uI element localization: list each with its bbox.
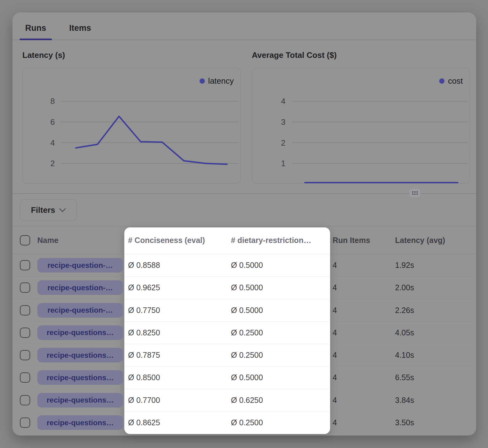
run-items-value: 4 xyxy=(330,277,391,299)
table-row[interactable]: recipe-questions… Ø 0.8500 Ø 0.5000 4 6.… xyxy=(12,366,476,389)
latency-avg-value: 4.05s xyxy=(391,322,464,344)
runs-panel-card: Runs Items Latency (s) 8642 latency Aver… xyxy=(12,12,476,436)
latency-legend-label: latency xyxy=(208,76,234,86)
table-row[interactable]: recipe-question-… Ø 0.7750 Ø 0.5000 4 2.… xyxy=(12,299,476,322)
app-window: Runs Items Latency (s) 8642 latency Aver… xyxy=(0,0,488,448)
latency-avg-value: 2.26s xyxy=(391,299,464,322)
table-row[interactable]: recipe-questions… Ø 0.7875 Ø 0.2500 4 4.… xyxy=(12,344,476,366)
svg-text:8: 8 xyxy=(50,97,55,105)
cost-legend-dot-icon xyxy=(439,78,444,84)
run-items-value: 4 xyxy=(330,322,391,344)
row-checkbox[interactable] xyxy=(20,350,30,360)
tab-runs-label: Runs xyxy=(25,23,46,33)
table-row[interactable]: recipe-questions… Ø 0.8625 Ø 0.2500 4 3.… xyxy=(12,412,476,434)
table-header-row: Name # Conciseness (eval) # dietary-rest… xyxy=(12,226,476,254)
tab-bar: Runs Items xyxy=(20,16,97,40)
dietary-restriction-value: Ø 0.2500 xyxy=(227,412,330,434)
conciseness-value: Ø 0.7750 xyxy=(124,299,227,322)
latency-avg-value: 2.00s xyxy=(391,277,464,299)
dietary-restriction-value: Ø 0.5000 xyxy=(227,254,330,277)
conciseness-value: Ø 0.7875 xyxy=(124,344,227,366)
svg-text:2: 2 xyxy=(50,159,55,168)
filters-button-label: Filters xyxy=(31,205,55,215)
table-row[interactable]: recipe-questions… Ø 0.8250 Ø 0.2500 4 4.… xyxy=(12,322,476,344)
row-checkbox[interactable] xyxy=(20,260,30,270)
run-items-value: 4 xyxy=(330,366,391,389)
svg-text:4: 4 xyxy=(50,138,55,147)
run-name-badge[interactable]: recipe-question-… xyxy=(37,280,123,295)
latency-avg-value: 3.84s xyxy=(391,389,464,412)
runs-table: Name # Conciseness (eval) # dietary-rest… xyxy=(12,226,476,434)
tab-items-label: Items xyxy=(69,23,91,33)
row-checkbox[interactable] xyxy=(20,395,30,405)
latency-chart: 8642 latency xyxy=(22,68,241,184)
chevron-down-icon xyxy=(59,208,66,212)
filters-button[interactable]: Filters xyxy=(20,199,77,221)
column-header-conciseness: # Conciseness (eval) xyxy=(124,226,227,254)
run-name-badge[interactable]: recipe-questions… xyxy=(37,370,123,385)
conciseness-value: Ø 0.8625 xyxy=(124,412,227,434)
svg-text:3: 3 xyxy=(281,118,285,126)
tab-runs[interactable]: Runs xyxy=(20,16,52,40)
run-name-badge[interactable]: recipe-questions… xyxy=(37,348,123,362)
run-name-badge[interactable]: recipe-question-… xyxy=(37,258,123,273)
row-checkbox[interactable] xyxy=(20,305,30,315)
active-tab-indicator xyxy=(20,39,52,40)
column-header-name: Name xyxy=(37,226,124,254)
latency-avg-value: 3.50s xyxy=(391,412,464,434)
svg-text:6: 6 xyxy=(50,118,55,126)
section-divider xyxy=(12,193,476,194)
conciseness-value: Ø 0.9625 xyxy=(124,277,227,299)
row-checkbox[interactable] xyxy=(20,328,30,338)
conciseness-value: Ø 0.8500 xyxy=(124,366,227,389)
row-checkbox[interactable] xyxy=(20,372,30,383)
cost-legend-label: cost xyxy=(448,76,463,86)
cost-chart: 4321 cost xyxy=(252,68,470,184)
row-checkbox[interactable] xyxy=(20,282,30,293)
conciseness-value: Ø 0.8250 xyxy=(124,322,227,344)
column-header-run-items: Run Items xyxy=(330,226,391,254)
dietary-restriction-value: Ø 0.2500 xyxy=(227,344,330,366)
svg-text:4: 4 xyxy=(281,97,285,105)
run-name-badge[interactable]: recipe-questions… xyxy=(37,393,123,408)
run-name-badge[interactable]: recipe-question-… xyxy=(37,303,123,318)
latency-legend-dot-icon xyxy=(200,78,205,84)
latency-avg-value: 1.92s xyxy=(391,254,464,277)
run-items-value: 4 xyxy=(330,389,391,412)
row-checkbox[interactable] xyxy=(20,418,30,428)
dietary-restriction-value: Ø 0.5000 xyxy=(227,366,330,389)
run-items-value: 4 xyxy=(330,299,391,322)
cost-chart-title: Average Total Cost ($) xyxy=(252,50,337,60)
latency-chart-title: Latency (s) xyxy=(22,50,65,60)
cost-legend: cost xyxy=(439,76,463,86)
latency-legend: latency xyxy=(200,76,234,86)
dietary-restriction-value: Ø 0.2500 xyxy=(227,322,330,344)
latency-avg-value: 6.55s xyxy=(391,366,464,389)
run-items-value: 4 xyxy=(330,412,391,434)
tab-items[interactable]: Items xyxy=(64,16,97,40)
table-row[interactable]: recipe-question-… Ø 0.8588 Ø 0.5000 4 1.… xyxy=(12,254,476,277)
run-name-badge[interactable]: recipe-questions… xyxy=(37,415,123,430)
select-all-checkbox[interactable] xyxy=(20,235,30,245)
dietary-restriction-value: Ø 0.6250 xyxy=(227,389,330,412)
svg-text:1: 1 xyxy=(281,159,285,168)
column-header-latency-avg: Latency (avg) xyxy=(391,226,464,254)
latency-avg-value: 4.10s xyxy=(391,344,464,366)
svg-text:2: 2 xyxy=(281,138,285,147)
cost-chart-canvas: 4321 xyxy=(252,68,470,183)
column-header-dietary-restriction: # dietary-restriction… xyxy=(227,226,330,254)
dietary-restriction-value: Ø 0.5000 xyxy=(227,299,330,322)
table-row[interactable]: recipe-questions… Ø 0.7700 Ø 0.6250 4 3.… xyxy=(12,389,476,412)
table-row[interactable]: recipe-question-… Ø 0.9625 Ø 0.5000 4 2.… xyxy=(12,277,476,299)
run-items-value: 4 xyxy=(330,344,391,366)
run-name-badge[interactable]: recipe-questions… xyxy=(37,325,123,340)
conciseness-value: Ø 0.7700 xyxy=(124,389,227,412)
dietary-restriction-value: Ø 0.5000 xyxy=(227,277,330,299)
conciseness-value: Ø 0.8588 xyxy=(124,254,227,277)
run-items-value: 4 xyxy=(330,254,391,277)
resize-grip-icon[interactable] xyxy=(410,189,420,197)
